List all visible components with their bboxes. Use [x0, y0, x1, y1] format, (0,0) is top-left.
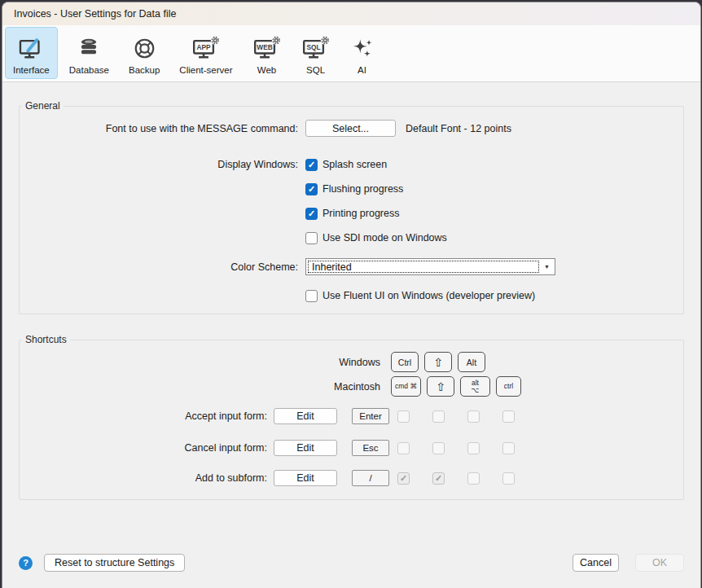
cancel-input-form-row: Cancel input form: Edit Esc: [20, 440, 683, 456]
add-to-subform-label: Add to subform:: [20, 472, 267, 484]
subform-key-display: /: [352, 470, 389, 486]
general-legend: General: [22, 100, 64, 112]
shortcuts-groupbox: Shortcuts Windows Ctrl ⇧ Alt Macintosh c…: [19, 334, 684, 500]
cancel-modifier-checkbox: [397, 442, 410, 454]
help-icon[interactable]: ?: [19, 556, 33, 570]
accept-modifier-checkbox: [432, 410, 445, 423]
lifebuoy-icon: [132, 31, 157, 65]
sdi-mode-checkbox[interactable]: [305, 232, 318, 244]
toolbar-tab-label: Interface: [13, 65, 50, 75]
shift-key[interactable]: ⇧: [427, 376, 454, 397]
window-title: Invoices - User Settings for Data file: [14, 8, 176, 20]
cancel-modifier-checkbox: [432, 442, 445, 454]
color-scheme-row: Color Scheme: Inherited ▼: [20, 258, 683, 275]
ctrl-key[interactable]: Ctrl: [391, 352, 419, 372]
toolbar-tab-backup[interactable]: Backup: [121, 27, 168, 79]
checkbox-label: Splash screen: [322, 159, 387, 170]
accept-modifier-checkbox: [397, 410, 410, 423]
message-font-row: Font to use with the MESSAGE command: Se…: [20, 120, 683, 137]
ok-button: OK: [635, 554, 684, 572]
svg-text:WEB: WEB: [257, 43, 272, 51]
monitor-gear-web-icon: WEB: [252, 31, 282, 65]
fluent-ui-row: Use Fluent UI on Windows (developer prev…: [20, 287, 683, 304]
splash-screen-checkbox[interactable]: [305, 159, 318, 171]
cancel-modifier-checkbox: [502, 442, 515, 454]
windows-platform-label: Windows: [20, 357, 380, 368]
cancel-modifier-checkbox: [467, 442, 480, 454]
cancel-key-display: Esc: [352, 440, 389, 456]
sparkles-icon: [350, 31, 375, 65]
color-scheme-value: Inherited: [308, 261, 539, 273]
font-current-value: Default Font - 12 points: [406, 123, 511, 134]
subform-edit-button[interactable]: Edit: [274, 470, 337, 486]
title-bar[interactable]: Invoices - User Settings for Data file: [2, 2, 700, 25]
toolbar-tab-label: Backup: [129, 65, 160, 75]
color-scheme-label: Color Scheme:: [20, 261, 298, 273]
fluent-ui-checkbox[interactable]: [305, 290, 318, 302]
toolbar-tab-database[interactable]: Database: [61, 27, 117, 79]
macintosh-platform-label: Macintosh: [20, 381, 380, 393]
flushing-progress-checkbox[interactable]: [305, 183, 318, 195]
alt-key[interactable]: Alt: [458, 352, 485, 372]
color-scheme-combobox[interactable]: Inherited ▼: [305, 258, 555, 275]
chevron-down-icon[interactable]: ▼: [539, 259, 555, 274]
toolbar-tab-web[interactable]: WEB Web: [244, 27, 290, 79]
subform-modifier-checkbox: [502, 472, 515, 485]
monitor-pencil-icon: [17, 31, 45, 65]
mac-ctrl-key[interactable]: ctrl: [496, 376, 521, 397]
toolbar-tab-label: Client-server: [179, 65, 232, 75]
cancel-input-form-label: Cancel input form:: [20, 442, 267, 454]
toolbar-tab-interface[interactable]: Interface: [5, 27, 58, 79]
shortcuts-legend: Shortcuts: [22, 334, 70, 345]
splash-screen-option: Splash screen: [305, 156, 447, 173]
fluent-ui-option: Use Fluent UI on Windows (developer prev…: [305, 287, 535, 304]
sdi-mode-option: Use SDI mode on Windows: [305, 230, 447, 246]
font-select-button[interactable]: Select...: [305, 120, 396, 137]
display-windows-row: Display Windows: Splash screen Flushing …: [20, 156, 683, 246]
settings-content: General Font to use with the MESSAGE com…: [2, 82, 700, 588]
database-cylinder-icon: [77, 31, 101, 65]
option-key[interactable]: alt ⌥: [460, 376, 490, 397]
add-to-subform-row: Add to subform: Edit /: [20, 470, 683, 486]
subform-modifier-checkbox: [467, 472, 480, 485]
accept-input-form-label: Accept input form:: [20, 410, 267, 422]
toolbar-tab-label: SQL: [306, 65, 325, 75]
display-windows-label: Display Windows:: [20, 156, 298, 170]
cmd-key[interactable]: cmd ⌘: [391, 376, 421, 397]
settings-toolbar: Interface Database Backup: [2, 25, 700, 82]
subform-modifier-checkbox: [432, 472, 445, 485]
checkbox-label: Use SDI mode on Windows: [322, 232, 447, 244]
accept-input-form-row: Accept input form: Edit Enter: [20, 408, 683, 424]
checkbox-label: Flushing progress: [322, 183, 403, 195]
cancel-edit-button[interactable]: Edit: [274, 440, 337, 456]
monitor-gear-sql-icon: SQL: [301, 31, 331, 65]
message-font-label: Font to use with the MESSAGE command:: [20, 123, 298, 134]
flushing-progress-option: Flushing progress: [305, 181, 447, 197]
accept-modifier-checkbox: [502, 410, 515, 423]
checkbox-label: Printing progress: [322, 208, 400, 219]
printing-progress-option: Printing progress: [305, 205, 447, 222]
windows-keys-row: Windows Ctrl ⇧ Alt: [20, 352, 683, 372]
checkbox-label: Use Fluent UI on Windows (developer prev…: [322, 290, 535, 301]
user-settings-dialog: Invoices - User Settings for Data file I…: [2, 2, 701, 588]
svg-text:SQL: SQL: [306, 43, 320, 51]
macintosh-keys-row: Macintosh cmd ⌘ ⇧ alt ⌥ ctrl: [20, 376, 683, 397]
shift-key[interactable]: ⇧: [424, 352, 452, 372]
toolbar-tab-label: Database: [69, 65, 109, 75]
reset-to-structure-button[interactable]: Reset to structure Settings: [44, 554, 185, 572]
toolbar-tab-sql[interactable]: SQL SQL: [293, 27, 339, 79]
toolbar-tab-label: AI: [358, 65, 366, 75]
accept-key-display: Enter: [352, 408, 389, 424]
svg-text:APP: APP: [196, 43, 211, 51]
general-groupbox: General Font to use with the MESSAGE com…: [19, 100, 684, 314]
accept-edit-button[interactable]: Edit: [274, 408, 337, 424]
monitor-gear-app-icon: APP: [191, 31, 221, 65]
toolbar-tab-label: Web: [257, 65, 276, 75]
accept-modifier-checkbox: [467, 410, 480, 423]
printing-progress-checkbox[interactable]: [305, 208, 318, 220]
dialog-footer: ? Reset to structure Settings Cancel OK: [19, 554, 684, 572]
subform-modifier-checkbox: [397, 472, 410, 485]
cancel-button[interactable]: Cancel: [573, 554, 619, 572]
toolbar-tab-client-server[interactable]: APP Client-server: [171, 27, 240, 79]
toolbar-tab-ai[interactable]: AI: [342, 27, 383, 79]
